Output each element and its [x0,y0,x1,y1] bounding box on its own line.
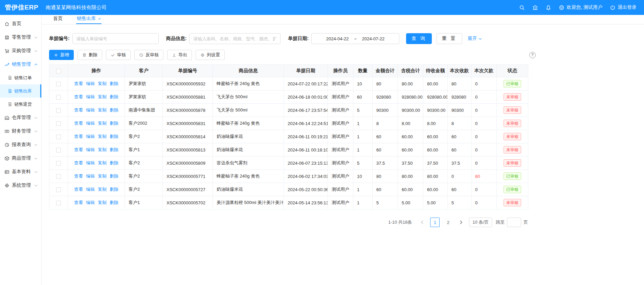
sidebar-item-home[interactable]: 首页 [0,17,41,30]
column-settings-button[interactable]: 列设置 [196,50,225,60]
row-action-copy[interactable]: 复制 [98,200,107,206]
row-action-edit[interactable]: 编辑 [86,160,95,166]
row-action-copy[interactable]: 复制 [98,81,107,87]
row-action-copy[interactable]: 复制 [98,107,107,113]
page-number-1[interactable]: 1 [430,218,440,227]
row-action-delete[interactable]: 删除 [110,94,118,100]
row-action-delete[interactable]: 删除 [110,173,118,179]
row-action-copy[interactable]: 复制 [98,120,107,126]
row-action-delete[interactable]: 删除 [110,160,118,166]
row-action-view[interactable]: 查看 [74,120,83,126]
row-checkbox[interactable] [56,121,61,126]
search-icon[interactable] [519,5,525,11]
row-checkbox[interactable] [56,108,61,113]
reset-button[interactable]: 重 置 [437,33,462,44]
prev-page-icon[interactable] [418,218,426,227]
row-action-delete[interactable]: 删除 [110,200,118,206]
row-checkbox[interactable] [56,148,61,152]
date-end[interactable]: 2024-07-22 [362,36,385,41]
sidebar-item-products[interactable]: 商品管理 [0,151,41,165]
page-number-2[interactable]: 2 [443,218,453,227]
cell-amount: 80 [373,170,398,183]
close-icon[interactable]: × [98,17,101,21]
row-action-view[interactable]: 查看 [74,107,83,113]
row-action-copy[interactable]: 复制 [98,147,107,153]
sidebar-item-system[interactable]: 系统管理 [0,179,41,192]
row-action-edit[interactable]: 编辑 [86,147,95,153]
add-button[interactable]: 新增 [49,50,74,60]
row-checkbox[interactable] [56,187,61,192]
row-action-copy[interactable]: 复制 [98,173,107,179]
row-action-view[interactable]: 查看 [74,160,83,166]
user-welcome[interactable]: 欢迎您, 测试用户 [559,4,602,11]
sidebar-item-sales-outbound[interactable]: 销售出库 [0,84,41,98]
date-range-picker[interactable]: 2024-04-22 ~ 2024-07-22 [311,33,399,44]
sidebar-item-sales-order[interactable]: 销售订单 [0,71,41,84]
sidebar-item-label: 采购管理 [12,48,31,54]
next-page-icon[interactable] [457,218,465,227]
row-action-view[interactable]: 查看 [74,200,83,206]
row-checkbox[interactable] [56,174,61,179]
row-checkbox[interactable] [56,82,61,86]
cell-qty: 10 [353,170,373,183]
row-action-view[interactable]: 查看 [74,173,83,179]
sidebar-item-warehouse[interactable]: 仓库管理 [0,111,41,124]
row-action-edit[interactable]: 编辑 [86,200,95,206]
select-all-checkbox[interactable] [56,69,61,74]
sidebar-item-retail[interactable]: 零售管理 [0,30,41,44]
row-action-view[interactable]: 查看 [74,81,83,87]
row-action-view[interactable]: 查看 [74,94,83,100]
sidebar-item-sales[interactable]: 销售管理 [0,58,41,71]
bell-icon[interactable] [546,5,551,11]
row-action-edit[interactable]: 编辑 [86,107,95,113]
tab-home[interactable]: 首页 [52,16,63,24]
cell-product: 蜂蜜柚子茶 240g 黄色 [213,77,284,90]
row-action-edit[interactable]: 编辑 [86,186,95,192]
row-action-view[interactable]: 查看 [74,134,83,140]
audit-button[interactable]: 审核 [106,50,131,60]
sidebar-item-reports[interactable]: 报表查询 [0,138,41,151]
row-action-edit[interactable]: 编辑 [86,120,95,126]
row-action-copy[interactable]: 复制 [98,94,107,100]
row-checkbox[interactable] [56,161,61,166]
row-action-copy[interactable]: 复制 [98,186,107,192]
row-action-delete[interactable]: 删除 [110,147,118,153]
product-info-input[interactable] [189,33,281,44]
building-icon[interactable] [532,5,538,11]
row-action-copy[interactable]: 复制 [98,134,107,140]
row-action-delete[interactable]: 删除 [110,186,118,192]
row-action-delete[interactable]: 删除 [110,134,118,140]
row-action-delete[interactable]: 删除 [110,107,118,113]
page-size-select[interactable]: 10 条/页 [469,218,492,227]
sidebar-item-basic-data[interactable]: 基本资料 [0,165,41,179]
doc-no-input[interactable] [72,33,159,44]
row-action-edit[interactable]: 编辑 [86,94,95,100]
sidebar-item-sales-return[interactable]: 销售退货 [0,98,41,111]
chevron-down-icon [35,35,37,38]
row-checkbox[interactable] [56,135,61,139]
row-action-view[interactable]: 查看 [74,147,83,153]
sidebar-item-purchase[interactable]: 采购管理 [0,44,41,58]
row-action-edit[interactable]: 编辑 [86,81,95,87]
export-button[interactable]: 导出 [167,50,192,60]
row-action-delete[interactable]: 删除 [110,81,118,87]
tab-sales-outbound[interactable]: 销售出库 × [76,16,102,24]
cell-qty: 1 [353,143,373,157]
search-button[interactable]: 查 询 [406,33,432,44]
row-action-copy[interactable]: 复制 [98,160,107,166]
row-action-delete[interactable]: 删除 [110,120,118,126]
cell-status: 未审核 [497,130,528,143]
logout-button[interactable]: 退出登录 [610,4,637,11]
jump-page-input[interactable] [507,218,521,227]
sidebar-item-finance[interactable]: 财务管理 [0,124,41,138]
row-checkbox[interactable] [56,201,61,205]
row-action-view[interactable]: 查看 [74,186,83,192]
anti-audit-button[interactable]: 反审核 [134,50,163,60]
expand-link[interactable]: 展开 [468,36,482,42]
row-action-edit[interactable]: 编辑 [86,173,95,179]
date-start[interactable]: 2024-04-22 [326,36,349,41]
row-action-edit[interactable]: 编辑 [86,134,95,140]
row-checkbox[interactable] [56,95,61,100]
question-circle-icon[interactable]: ? [529,52,536,58]
delete-button[interactable]: 删除 [77,50,102,60]
